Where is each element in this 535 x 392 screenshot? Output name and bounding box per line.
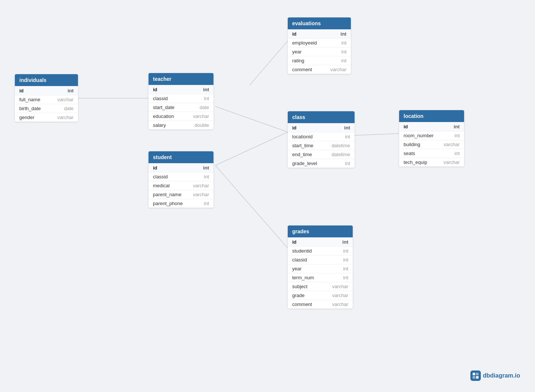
svg-line-3 — [215, 165, 288, 248]
svg-line-2 — [215, 132, 288, 165]
table-grades[interactable]: grades id int studentid int classid int … — [288, 225, 353, 309]
table-row: gender varchar — [15, 113, 78, 122]
table-row: employeeid int — [288, 38, 351, 47]
table-evaluations[interactable]: evaluations id int employeeid int year i… — [288, 17, 351, 74]
svg-rect-8 — [473, 376, 475, 379]
table-row: grade varchar — [288, 291, 353, 300]
table-row: rating int — [288, 56, 351, 65]
table-row: id int — [149, 163, 213, 172]
table-row: id int — [288, 29, 351, 38]
table-row: studentid int — [288, 246, 353, 255]
connectors — [0, 0, 535, 392]
table-row: start_date date — [149, 103, 213, 112]
table-class-header: class — [288, 111, 355, 123]
table-row: classid int — [288, 255, 353, 264]
table-row: parent_name varchar — [149, 190, 213, 199]
table-row: id int — [288, 123, 355, 132]
svg-line-4 — [355, 134, 399, 135]
table-evaluations-header: evaluations — [288, 17, 351, 29]
table-class[interactable]: class id int locationid int start_time d… — [288, 111, 355, 168]
table-location-header: location — [399, 110, 464, 122]
table-row: parent_phone int — [149, 199, 213, 208]
table-student-header: student — [149, 151, 213, 163]
table-teacher[interactable]: teacher id int classid int start_date da… — [149, 73, 213, 129]
table-row: seats int — [399, 149, 464, 158]
table-row: room_number int — [399, 131, 464, 140]
table-row: id int — [288, 237, 353, 246]
logo-icon — [470, 370, 481, 381]
table-location[interactable]: location id int room_number int building… — [399, 110, 464, 167]
table-row: medical varchar — [149, 181, 213, 190]
table-row: id int — [149, 85, 213, 94]
table-individuals[interactable]: individuals id int full_name varchar bir… — [15, 74, 78, 122]
table-row: full_name varchar — [15, 95, 78, 104]
logo-text: dbdiagram.io — [483, 372, 520, 379]
svg-line-5 — [249, 41, 288, 85]
table-row: classid int — [149, 172, 213, 181]
table-row: start_time datetime — [288, 141, 355, 150]
canvas: individuals id int full_name varchar bir… — [0, 0, 535, 392]
svg-rect-6 — [473, 373, 475, 375]
table-row: year int — [288, 47, 351, 56]
table-row: grade_level int — [288, 159, 355, 168]
table-row: birth_date date — [15, 104, 78, 113]
table-row: subject varchar — [288, 282, 353, 291]
table-row: tech_equip varchar — [399, 158, 464, 167]
table-grades-header: grades — [288, 225, 353, 237]
svg-line-1 — [215, 106, 288, 132]
svg-rect-9 — [476, 376, 479, 379]
table-row: building varchar — [399, 140, 464, 149]
table-row: classid int — [149, 94, 213, 103]
table-student[interactable]: student id int classid int medical varch… — [149, 151, 213, 208]
table-row: end_time datetime — [288, 150, 355, 159]
table-row: salary double — [149, 121, 213, 129]
table-row: year int — [288, 264, 353, 273]
table-row: comment varchar — [288, 300, 353, 309]
table-row: comment varchar — [288, 65, 351, 74]
table-teacher-header: teacher — [149, 73, 213, 85]
table-row: education varchar — [149, 112, 213, 121]
table-row: id int — [399, 122, 464, 131]
table-individuals-header: individuals — [15, 74, 78, 86]
table-row: locationid int — [288, 132, 355, 141]
table-row: term_num int — [288, 273, 353, 282]
svg-rect-7 — [476, 373, 479, 375]
logo[interactable]: dbdiagram.io — [470, 370, 520, 381]
table-row: id int — [15, 86, 78, 95]
